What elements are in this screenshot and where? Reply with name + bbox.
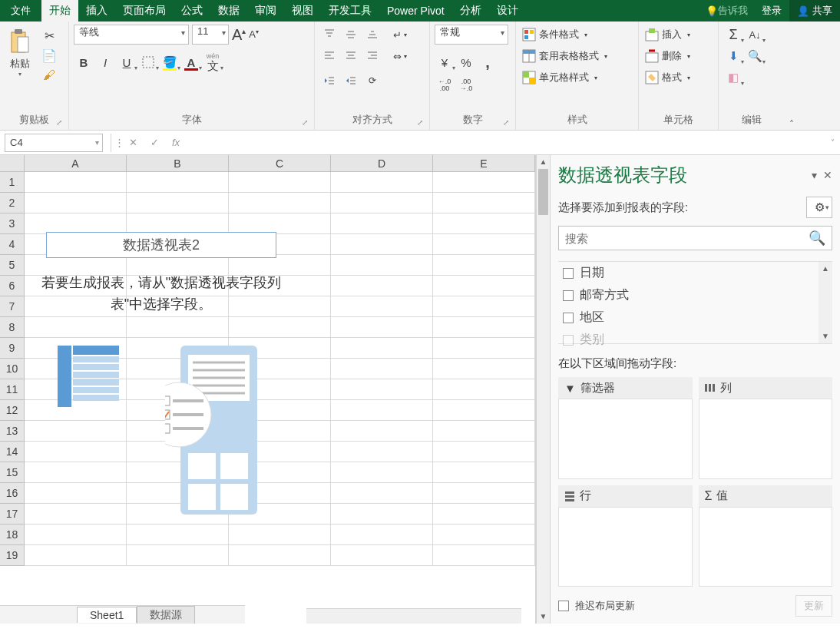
cell[interactable] — [25, 545, 127, 566]
cell[interactable] — [331, 462, 433, 483]
merge-center-button[interactable]: ⇔▾ — [390, 46, 410, 66]
area-filters[interactable]: ▼筛选器 — [558, 377, 693, 479]
scroll-down-button[interactable]: ▼ — [537, 610, 550, 624]
pane-options-button[interactable]: ▾ — [812, 169, 817, 181]
field-item-region[interactable]: 地区 — [558, 306, 832, 329]
cell[interactable] — [331, 213, 433, 234]
scroll-up-button[interactable]: ▲ — [537, 155, 550, 169]
field-checkbox[interactable] — [563, 268, 574, 279]
number-format-select[interactable]: 常规 — [435, 25, 508, 45]
cell[interactable] — [331, 442, 433, 462]
row-header[interactable]: 11 — [0, 379, 25, 400]
wrap-text-button[interactable]: ↵▾ — [390, 25, 410, 45]
enter-formula-button[interactable]: ✓ — [144, 134, 165, 152]
select-all-corner[interactable] — [0, 155, 25, 171]
cut-button[interactable]: ✂ — [40, 26, 58, 45]
number-launcher[interactable]: ⤢ — [503, 118, 509, 127]
scroll-track[interactable] — [537, 169, 550, 610]
col-header-e[interactable]: E — [433, 155, 535, 171]
increase-font-button[interactable]: A▴ — [232, 26, 246, 44]
cancel-formula-button[interactable]: ✕ — [122, 134, 144, 152]
cell[interactable] — [127, 172, 229, 193]
field-list-scrollbar[interactable]: ▲ ▼ — [819, 262, 832, 343]
cell[interactable] — [331, 545, 433, 566]
pane-layout-button[interactable]: ⚙ — [806, 197, 832, 218]
tab-developer[interactable]: 开发工具 — [321, 0, 379, 22]
decrease-indent-button[interactable] — [319, 71, 339, 91]
row-header[interactable]: 19 — [0, 545, 25, 566]
row-header[interactable]: 9 — [0, 338, 25, 359]
cell[interactable] — [433, 359, 535, 379]
format-cells-button[interactable]: 格式▾ — [643, 68, 692, 88]
cell[interactable] — [331, 296, 433, 317]
copy-button[interactable]: 📄 — [40, 46, 58, 65]
sheet-tab-data-source[interactable]: 数据源 — [137, 606, 195, 624]
row-header[interactable]: 12 — [0, 400, 25, 421]
align-left-button[interactable] — [319, 46, 339, 66]
tab-power-pivot[interactable]: Power Pivot — [379, 0, 452, 22]
cell[interactable] — [229, 193, 331, 213]
cell[interactable] — [433, 276, 535, 296]
find-select-button[interactable]: 🔍▾ — [745, 46, 765, 66]
cell[interactable] — [25, 213, 127, 234]
align-bottom-button[interactable] — [362, 25, 382, 45]
cell[interactable] — [331, 421, 433, 442]
cell[interactable] — [433, 379, 535, 400]
row-header[interactable]: 4 — [0, 234, 25, 255]
tab-view[interactable]: 视图 — [284, 0, 321, 22]
decrease-font-button[interactable]: A▾ — [249, 28, 259, 40]
field-checkbox[interactable] — [563, 290, 574, 301]
italic-button[interactable]: I — [95, 52, 115, 72]
cell[interactable] — [433, 525, 535, 545]
row-header[interactable]: 14 — [0, 442, 25, 462]
cell[interactable] — [433, 504, 535, 525]
row-header[interactable]: 15 — [0, 462, 25, 483]
tab-data[interactable]: 数据 — [210, 0, 247, 22]
horizontal-scrollbar[interactable] — [306, 608, 521, 624]
cell[interactable] — [25, 172, 127, 193]
font-size-select[interactable]: 11 — [192, 25, 229, 45]
cell[interactable] — [433, 483, 535, 504]
row-header[interactable]: 10 — [0, 359, 25, 379]
row-header[interactable]: 17 — [0, 504, 25, 525]
name-box[interactable]: C4 — [5, 134, 103, 152]
expand-formula-bar-button[interactable]: ˅ — [825, 138, 840, 147]
cell[interactable] — [331, 255, 433, 276]
clear-button[interactable]: ◧▾ — [723, 68, 743, 88]
cell[interactable] — [331, 379, 433, 400]
cell[interactable] — [433, 296, 535, 317]
col-header-b[interactable]: B — [127, 155, 229, 171]
cell[interactable] — [127, 545, 229, 566]
cell[interactable] — [229, 172, 331, 193]
cell[interactable] — [331, 359, 433, 379]
row-header[interactable]: 5 — [0, 255, 25, 276]
cell[interactable] — [433, 545, 535, 566]
row-header[interactable]: 18 — [0, 525, 25, 545]
formula-input[interactable] — [187, 134, 825, 152]
cell[interactable] — [25, 525, 127, 545]
increase-indent-button[interactable] — [341, 71, 361, 91]
defer-checkbox[interactable] — [558, 601, 569, 611]
cell[interactable] — [331, 525, 433, 545]
search-icon[interactable]: 🔍 — [809, 230, 825, 247]
row-header[interactable]: 1 — [0, 172, 25, 193]
field-item-date[interactable]: 日期 — [558, 262, 832, 284]
tab-insert[interactable]: 插入 — [78, 0, 115, 22]
field-scroll-up[interactable]: ▲ — [819, 262, 832, 276]
field-search-input[interactable] — [565, 232, 809, 245]
area-rows[interactable]: 行 — [558, 485, 693, 587]
font-launcher[interactable]: ⤢ — [302, 118, 308, 127]
cell[interactable] — [433, 193, 535, 213]
row-header[interactable]: 3 — [0, 213, 25, 234]
tab-review[interactable]: 审阅 — [247, 0, 284, 22]
col-header-d[interactable]: D — [331, 155, 433, 171]
cell-styles-button[interactable]: 单元格样式▾ — [521, 68, 609, 88]
cell[interactable] — [433, 255, 535, 276]
area-columns[interactable]: 列 — [699, 377, 833, 479]
row-header[interactable]: 6 — [0, 276, 25, 296]
comma-button[interactable]: , — [478, 52, 498, 72]
field-item-shipping[interactable]: 邮寄方式 — [558, 284, 832, 306]
currency-button[interactable]: ¥▾ — [435, 52, 455, 72]
cell[interactable] — [331, 504, 433, 525]
font-name-select[interactable]: 等线 — [74, 25, 189, 45]
